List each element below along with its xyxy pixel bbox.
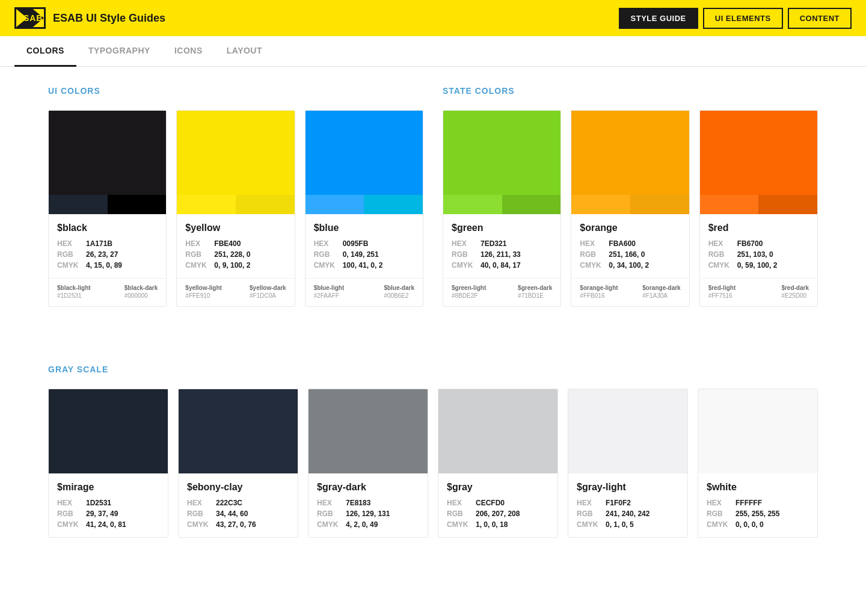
ui-colors-title: UI COLORS (48, 86, 423, 96)
tab-layout[interactable]: LAYOUT (215, 36, 274, 67)
tab-typography[interactable]: TYPOGRAPHY (76, 36, 162, 67)
color-info-gray: $gray HEXCECFD0 RGB206, 207, 208 CMYK1, … (438, 473, 557, 537)
color-variants-yellow: $yellow-light #FFE910 $yellow-dark #F1DC… (177, 278, 294, 306)
state-colors-section: STATE COLORS $green HEX7ED321 RGB126, 21… (443, 86, 818, 336)
color-variants-blue: $blue-light #2FAAFF $blue-dark #00B6E2 (306, 278, 423, 306)
color-name-blue: $blue (314, 223, 414, 233)
color-card-black: $black HEX1A171B RGB26, 23, 27 CMYK4, 15… (48, 110, 167, 307)
gray-scale-title: GRAY SCALE (48, 365, 818, 374)
color-card-orange: $orange HEXFBA600 RGB251, 166, 0 CMYK0, … (571, 110, 689, 307)
nav-style-guide[interactable]: STYLE GUIDE (619, 8, 698, 29)
swatch-mirage (49, 389, 168, 473)
swatch-yellow-light (177, 195, 236, 214)
header-nav: STYLE GUIDE UI ELEMENTS CONTENT (619, 8, 852, 29)
ui-colors-grid: $black HEX1A171B RGB26, 23, 27 CMYK4, 15… (48, 110, 423, 307)
swatch-ebony-clay (179, 389, 298, 473)
variant-black-light: $black-light #1D2531 (57, 285, 91, 299)
nav-ui-elements[interactable]: UI ELEMENTS (703, 8, 783, 29)
swatch-green-sub (443, 195, 560, 214)
swatch-black-main (49, 111, 166, 195)
swatch-gray-dark (309, 389, 428, 473)
color-name-orange: $orange (580, 223, 680, 233)
main-content: UI COLORS $black HEX1A171B RGB26, 23, 27… (0, 67, 866, 557)
label-rgb: RGB (57, 250, 79, 259)
swatch-red-main (700, 111, 817, 195)
swatch-yellow-sub (177, 195, 294, 214)
color-info-ebony-clay: $ebony-clay HEX222C3C RGB34, 44, 60 CMYK… (179, 473, 298, 537)
color-card-green: $green HEX7ED321 RGB126, 211, 33 CMYK40,… (443, 110, 561, 307)
color-info-gray-light: $gray-light HEXF1F0F2 RGB241, 240, 242 C… (568, 473, 687, 537)
color-card-red: $red HEXFB6700 RGB251, 103, 0 CMYK0, 59,… (699, 110, 818, 307)
color-card-gray: $gray HEXCECFD0 RGB206, 207, 208 CMYK1, … (438, 389, 558, 538)
swatch-white (698, 389, 817, 473)
swatch-green-light (443, 195, 502, 214)
color-info-white: $white HEXFFFFFF RGB255, 255, 255 CMYK0,… (698, 473, 817, 537)
color-name-yellow: $yellow (185, 223, 286, 233)
tab-icons[interactable]: ICONS (162, 36, 215, 67)
color-info-yellow: $yellow HEXFBE400 RGB251, 228, 0 CMYK0, … (177, 214, 294, 278)
color-variants-green: $green-light #8BDE2F $green-dark #71BD1E (443, 278, 560, 306)
swatch-gray-light (568, 389, 687, 473)
color-info-mirage: $mirage HEX1D2531 RGB29, 37, 49 CMYK41, … (49, 473, 168, 537)
color-info-blue: $blue HEX0095FB RGB0, 149, 251 CMYK100, … (306, 214, 423, 278)
swatch-red-dark (758, 195, 817, 214)
swatch-gray (438, 389, 557, 473)
label-hex: HEX (57, 239, 79, 248)
swatch-blue-main (306, 111, 423, 195)
color-card-mirage: $mirage HEX1D2531 RGB29, 37, 49 CMYK41, … (48, 389, 168, 538)
color-card-blue: $blue HEX0095FB RGB0, 149, 251 CMYK100, … (305, 110, 423, 307)
color-name-black: $black (57, 223, 158, 233)
color-card-ebony-clay: $ebony-clay HEX222C3C RGB34, 44, 60 CMYK… (178, 389, 298, 538)
color-card-yellow: $yellow HEXFBE400 RGB251, 228, 0 CMYK0, … (176, 110, 295, 307)
swatch-blue-dark (364, 195, 423, 214)
ui-colors-section: UI COLORS $black HEX1A171B RGB26, 23, 27… (48, 86, 423, 336)
header: ESAB ESAB UI Style Guides STYLE GUIDE UI… (0, 0, 866, 36)
color-info-black: $black HEX1A171B RGB26, 23, 27 CMYK4, 15… (49, 214, 166, 278)
color-info-green: $green HEX7ED321 RGB126, 211, 33 CMYK40,… (443, 214, 560, 278)
color-variants-black: $black-light #1D2531 $black-dark #000000 (49, 278, 166, 306)
logo-text: ESAB (17, 13, 43, 23)
swatch-red-sub (700, 195, 817, 214)
color-variants-red: $red-light #FF7516 $red-dark #E25D00 (700, 278, 817, 306)
color-card-gray-light: $gray-light HEXF1F0F2 RGB241, 240, 242 C… (568, 389, 688, 538)
swatch-orange-sub (571, 195, 689, 214)
swatch-orange-light (571, 195, 630, 214)
logo-wrap: ESAB ESAB UI Style Guides (14, 7, 165, 29)
value-hex-black: 1A171B (86, 239, 112, 248)
state-colors-grid: $green HEX7ED321 RGB126, 211, 33 CMYK40,… (443, 110, 818, 307)
logo-icon: ESAB (14, 7, 46, 29)
gray-scale-section: GRAY SCALE $mirage HEX1D2531 RGB29, 37, … (48, 365, 818, 538)
swatch-orange-dark (630, 195, 689, 214)
swatch-black-sub (49, 195, 166, 214)
color-variants-orange: $orange-light #FFB016 $orange-dark #F1A3… (571, 278, 689, 306)
swatch-green-main (443, 111, 560, 195)
swatch-black-dark (108, 195, 167, 214)
swatch-green-dark (502, 195, 561, 214)
variant-black-dark: $black-dark #000000 (124, 285, 158, 299)
swatch-yellow-main (177, 111, 294, 195)
value-rgb-black: 26, 23, 27 (86, 250, 118, 259)
value-cmyk-black: 4, 15, 0, 89 (86, 261, 122, 270)
site-title: ESAB UI Style Guides (53, 12, 165, 25)
color-name-green: $green (452, 223, 552, 233)
swatch-black-light (49, 195, 108, 214)
swatch-blue-sub (306, 195, 423, 214)
swatch-yellow-dark (236, 195, 295, 214)
color-info-red: $red HEXFB6700 RGB251, 103, 0 CMYK0, 59,… (700, 214, 817, 278)
tab-colors[interactable]: COLORS (14, 36, 76, 67)
color-name-red: $red (708, 223, 809, 233)
swatch-orange-main (571, 111, 689, 195)
label-cmyk: CMYK (57, 261, 79, 270)
color-info-gray-dark: $gray-dark HEX7E8183 RGB126, 129, 131 CM… (309, 473, 428, 537)
swatch-blue-light (306, 195, 364, 214)
tabs-nav: COLORS TYPOGRAPHY ICONS LAYOUT (0, 36, 866, 67)
nav-content[interactable]: CONTENT (788, 8, 852, 29)
color-card-white: $white HEXFFFFFF RGB255, 255, 255 CMYK0,… (698, 389, 818, 538)
state-colors-title: STATE COLORS (443, 86, 818, 96)
gray-scale-grid: $mirage HEX1D2531 RGB29, 37, 49 CMYK41, … (48, 389, 818, 538)
swatch-red-light (700, 195, 759, 214)
color-card-gray-dark: $gray-dark HEX7E8183 RGB126, 129, 131 CM… (308, 389, 428, 538)
color-info-orange: $orange HEXFBA600 RGB251, 166, 0 CMYK0, … (571, 214, 689, 278)
